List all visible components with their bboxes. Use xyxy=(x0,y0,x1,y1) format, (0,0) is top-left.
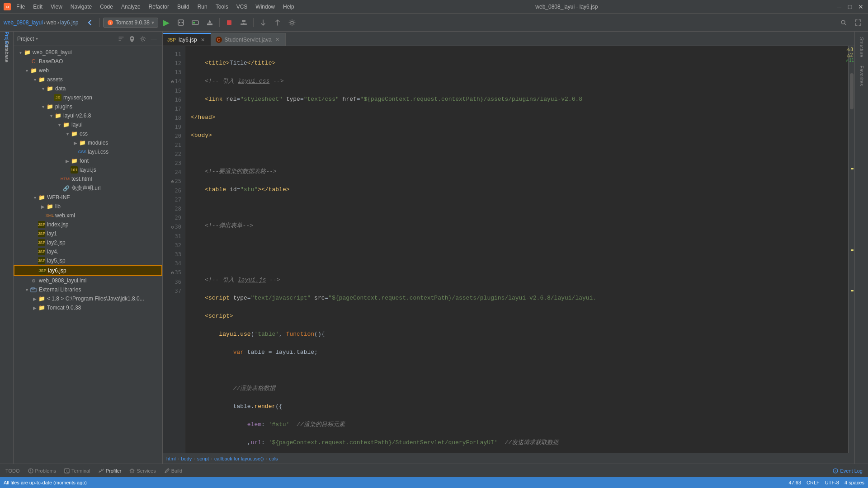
run-button[interactable]: ▶ xyxy=(160,16,173,29)
git-commit-button[interactable] xyxy=(271,16,284,29)
tab-close-lay6[interactable]: ✕ xyxy=(200,37,206,43)
tree-arrow-modules[interactable]: ▶ xyxy=(72,140,79,146)
breadcrumb-callback[interactable]: callback for layui.use() xyxy=(214,456,264,461)
tree-arrow-layui[interactable]: ▾ xyxy=(56,122,62,128)
bottom-btn-terminal[interactable]: Terminal xyxy=(61,467,94,475)
tree-item-root[interactable]: ▾ 📁 web_0808_layui xyxy=(14,48,162,57)
line-ending[interactable]: CRLF xyxy=(807,480,820,485)
run-configuration[interactable]: T Tomcat 9.0.38 ▾ xyxy=(103,18,158,28)
breadcrumb-body[interactable]: body xyxy=(181,456,192,461)
settings-gear-button[interactable] xyxy=(138,34,148,44)
sidebar-icon-favorites[interactable]: Favorites xyxy=(857,62,866,89)
menu-build[interactable]: Build xyxy=(174,2,193,11)
scroll-thumb[interactable] xyxy=(850,73,854,109)
tree-item-lay5[interactable]: JSP lay5.jsp xyxy=(14,256,162,265)
tab-close-studentservlet[interactable]: ✕ xyxy=(274,37,281,43)
tree-item-data[interactable]: ▾ 📁 data xyxy=(14,84,162,93)
bottom-btn-profiler[interactable]: Profiler xyxy=(95,467,125,475)
cursor-position[interactable]: 47:63 xyxy=(789,480,802,485)
tree-item-disclaimer-url[interactable]: 🔗 免责声明.url xyxy=(14,183,162,193)
menu-refactor[interactable]: Refactor xyxy=(145,2,173,11)
minimize-button[interactable]: ─ xyxy=(835,3,843,10)
tree-arrow-assets[interactable]: ▾ xyxy=(32,76,38,83)
menu-edit[interactable]: Edit xyxy=(29,2,46,11)
menu-run[interactable]: Run xyxy=(194,2,211,11)
tree-arrow-external-libs[interactable]: ▾ xyxy=(24,286,30,293)
debug-button[interactable] xyxy=(175,16,187,29)
git-update-button[interactable] xyxy=(257,16,269,29)
tree-arrow-tomcat[interactable]: ▶ xyxy=(32,305,38,311)
tree-item-web[interactable]: ▾ 📁 web xyxy=(14,66,162,75)
tree-item-external-libs[interactable]: ▾ External Libraries xyxy=(14,285,162,294)
breadcrumb-html[interactable]: html xyxy=(166,456,176,461)
project-dropdown-icon[interactable]: ▾ xyxy=(36,36,38,41)
tree-item-layui[interactable]: ▾ 📁 layui xyxy=(14,120,162,129)
tree-item-layui-js[interactable]: 101 layui.js xyxy=(14,165,162,174)
tree-item-lay1[interactable]: JSP lay1 xyxy=(14,229,162,238)
bottom-btn-problems[interactable]: Problems xyxy=(24,467,60,475)
bottom-btn-build[interactable]: Build xyxy=(160,467,186,475)
menu-file[interactable]: File xyxy=(13,2,28,11)
settings-button[interactable] xyxy=(286,16,298,29)
tree-item-index-jsp[interactable]: JSP index.jsp xyxy=(14,220,162,229)
locate-file-button[interactable] xyxy=(127,34,137,44)
sidebar-icon-structure[interactable]: Structure xyxy=(857,33,866,61)
menu-analyze[interactable]: Analyze xyxy=(118,2,144,11)
tree-arrow-font[interactable]: ▶ xyxy=(64,158,71,164)
bottom-btn-event-log[interactable]: i Event Log xyxy=(829,467,866,475)
deploy-button[interactable] xyxy=(237,16,250,29)
tree-item-test-html[interactable]: HTML test.html xyxy=(14,174,162,183)
fold-icon-30[interactable]: ⊖ xyxy=(171,225,174,230)
maximize-button[interactable]: □ xyxy=(846,3,854,10)
bottom-btn-todo[interactable]: TODO xyxy=(2,467,24,475)
tree-item-lib[interactable]: ▶ 📁 lib xyxy=(14,202,162,211)
fold-icon-14[interactable]: ⊖ xyxy=(171,79,174,84)
tree-item-plugins[interactable]: ▾ 📁 plugins xyxy=(14,102,162,111)
fullscreen-button[interactable] xyxy=(852,16,864,29)
tree-item-modules[interactable]: ▶ 📁 modules xyxy=(14,138,162,147)
tree-item-jdk[interactable]: ▶ 📁 < 1.8 > C:\Program Files\Java\jdk1.8… xyxy=(14,294,162,303)
breadcrumb-cols[interactable]: cols xyxy=(269,456,278,461)
menu-code[interactable]: Code xyxy=(96,2,117,11)
tree-item-myuser-json[interactable]: JS myuser.json xyxy=(14,93,162,102)
tree-item-tomcat[interactable]: ▶ 📁 Tomcat 9.0.38 xyxy=(14,303,162,312)
tree-item-font[interactable]: ▶ 📁 font xyxy=(14,156,162,165)
tree-arrow-plugins[interactable]: ▾ xyxy=(40,103,46,110)
coverage-button[interactable] xyxy=(189,16,202,29)
tree-item-layui-css[interactable]: CSS layui.css xyxy=(14,147,162,156)
tree-arrow-root[interactable]: ▾ xyxy=(17,49,24,56)
tree-arrow-web[interactable]: ▾ xyxy=(24,67,30,74)
tree-item-iml[interactable]: ⚙ web_0808_layui.iml xyxy=(14,276,162,285)
breadcrumb-script[interactable]: script xyxy=(197,456,209,461)
search-everywhere-button[interactable] xyxy=(837,16,850,29)
menu-vcs[interactable]: VCS xyxy=(233,2,251,11)
tree-item-layui-v268[interactable]: ▾ 📁 layui-v2.6.8 xyxy=(14,111,162,120)
menu-navigate[interactable]: Navigate xyxy=(67,2,95,11)
tree-item-lay4[interactable]: JSP lay4. xyxy=(14,247,162,256)
tree-item-css[interactable]: ▾ 📁 css xyxy=(14,129,162,138)
close-button[interactable]: ✕ xyxy=(857,3,864,10)
indent-setting[interactable]: 4 spaces xyxy=(844,480,864,485)
build-button[interactable] xyxy=(203,16,216,29)
menu-window[interactable]: Window xyxy=(252,2,278,11)
tree-arrow-webinf[interactable]: ▾ xyxy=(32,194,38,201)
tree-arrow-data[interactable]: ▾ xyxy=(40,85,46,92)
tree-arrow-jdk[interactable]: ▶ xyxy=(32,296,38,302)
tree-item-webxml[interactable]: XML web.xml xyxy=(14,211,162,220)
stop-button[interactable] xyxy=(223,16,236,29)
tree-item-assets[interactable]: ▾ 📁 assets xyxy=(14,75,162,84)
sidebar-icon-database[interactable]: Database xyxy=(1,46,13,58)
tree-item-webinf[interactable]: ▾ 📁 WEB-INF xyxy=(14,193,162,202)
menu-help[interactable]: Help xyxy=(279,2,298,11)
charset[interactable]: UTF-8 xyxy=(825,480,839,485)
back-button[interactable] xyxy=(84,16,96,29)
tab-studentservlet[interactable]: C StudentServlet.java ✕ xyxy=(211,33,286,46)
tree-item-lay6[interactable]: JSP lay6.jsp xyxy=(14,265,162,276)
tree-arrow-css[interactable]: ▾ xyxy=(64,131,71,137)
tree-arrow-lib[interactable]: ▶ xyxy=(40,203,46,210)
tree-item-lay2[interactable]: JSP lay2.jsp xyxy=(14,238,162,247)
collapse-all-button[interactable] xyxy=(116,34,126,44)
tree-item-basedao[interactable]: C BaseDAO xyxy=(14,57,162,66)
editor-scrollbar[interactable]: ⚠8 △2 ✓11 xyxy=(848,46,854,453)
menu-tools[interactable]: Tools xyxy=(212,2,232,11)
